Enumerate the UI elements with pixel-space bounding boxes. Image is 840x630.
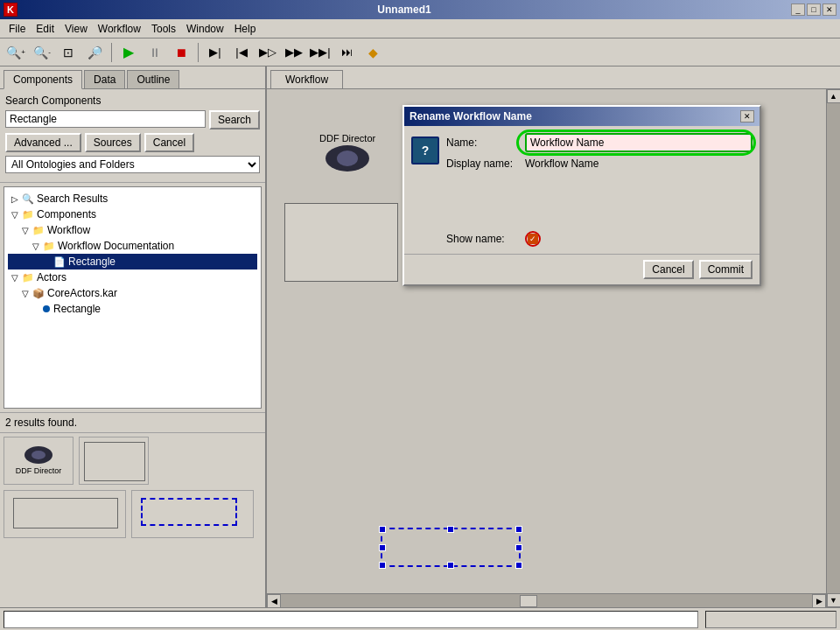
checkbox-checkmark: ✓: [528, 234, 538, 244]
tree-item-rectangle-2[interactable]: Rectangle: [8, 301, 257, 317]
menu-view[interactable]: View: [60, 21, 93, 37]
diamond-button[interactable]: ◆: [360, 41, 385, 64]
display-name-field-row: Display name: Workflow Name: [446, 158, 752, 170]
tree-item-actors[interactable]: ▽ 📁 Actors: [8, 270, 257, 285]
ddf-preview-label: DDF Director: [16, 466, 62, 475]
step-forward-button[interactable]: ▶▷: [256, 41, 280, 64]
preview-rect-2: [4, 490, 126, 538]
toolbar: 🔍+ 🔍- ⊡ 🔎 ▶ ⏸ ⏹ ▶| |◀ ▶▷ ▶▶ ▶▶| ⏭ ◆: [0, 38, 840, 66]
window-title: Unnamed1: [18, 4, 791, 16]
main-layout: Components Data Outline Search Component…: [0, 66, 840, 607]
workflow-tab[interactable]: Workflow: [270, 70, 343, 88]
handle-bot-right[interactable]: [515, 562, 522, 569]
preview-rect-1: [79, 437, 149, 485]
menu-tools[interactable]: Tools: [146, 21, 181, 37]
tree-item-search-results[interactable]: ▷ 🔍 Search Results: [8, 191, 257, 206]
search-input[interactable]: [5, 110, 206, 128]
handle-top-right[interactable]: [515, 526, 522, 533]
canvas-rectangle[interactable]: [284, 203, 398, 282]
menu-file[interactable]: File: [4, 21, 31, 37]
step-right-button[interactable]: ▶|: [203, 41, 228, 64]
pause-button[interactable]: ⏸: [143, 41, 167, 64]
stop-button[interactable]: ⏹: [169, 41, 193, 64]
preview-selection-inner: [141, 498, 237, 526]
menu-workflow[interactable]: Workflow: [93, 21, 146, 37]
dialog-commit-button[interactable]: Commit: [699, 260, 752, 279]
ff-alt-button[interactable]: ▶▶|: [308, 41, 332, 64]
tab-bar: Components Data Outline: [0, 66, 265, 89]
scroll-left-button[interactable]: ◀: [267, 594, 281, 608]
h-scrollbar: ◀ ▶: [267, 593, 826, 607]
handle-top-mid[interactable]: [447, 526, 454, 533]
dialog-help-icon: ?: [411, 136, 439, 164]
handle-top-left[interactable]: [379, 526, 386, 533]
search-icon: 🔍: [22, 193, 34, 205]
advanced-button[interactable]: Advanced ...: [5, 133, 81, 152]
ddf-director-label: DDF Director: [319, 133, 375, 144]
scroll-down-button[interactable]: ▼: [827, 593, 841, 607]
preview-selection: [131, 490, 254, 538]
menu-help[interactable]: Help: [229, 21, 262, 37]
folder-icon: 📁: [32, 225, 45, 236]
name-label: Name:: [446, 136, 525, 149]
minimize-button[interactable]: _: [791, 4, 805, 16]
zoom-out-button[interactable]: 🔍-: [30, 41, 54, 64]
tree-item-coreactors[interactable]: ▽ 📦 CoreActors.kar: [8, 285, 257, 301]
results-count: 2 results found.: [0, 412, 265, 432]
preview-rect-inner: [84, 442, 145, 481]
scroll-up-button[interactable]: ▲: [827, 89, 841, 103]
ontology-dropdown[interactable]: All Ontologies and Folders: [5, 156, 260, 173]
play-button[interactable]: ▶: [116, 41, 141, 64]
dialog-cancel-button[interactable]: Cancel: [643, 260, 693, 279]
canvas-area: DDF Director: [267, 89, 826, 607]
right-content: DDF Director: [267, 89, 840, 607]
folder-icon: 📁: [22, 209, 34, 220]
handle-bot-left[interactable]: [379, 562, 386, 569]
scroll-right-button[interactable]: ▶: [812, 594, 826, 608]
ff-end-button[interactable]: ⏭: [334, 41, 359, 64]
dialog-title-bar: Rename Workflow Name ✕: [404, 107, 760, 126]
ddf-director-actor[interactable]: DDF Director: [319, 133, 375, 172]
status-text: [4, 611, 698, 628]
dialog-close-button[interactable]: ✕: [740, 110, 754, 122]
tree-item-rectangle-1[interactable]: 📄 Rectangle: [8, 254, 257, 270]
handle-mid-left[interactable]: [379, 544, 386, 551]
selection-box: [381, 528, 521, 567]
folder-icon: 📁: [43, 241, 55, 252]
step-left-button[interactable]: |◀: [229, 41, 254, 64]
fast-forward-button[interactable]: ▶▶: [282, 41, 306, 64]
menu-edit[interactable]: Edit: [31, 21, 60, 37]
h-scroll-track[interactable]: [281, 594, 812, 608]
show-name-checkbox[interactable]: ✓: [525, 231, 541, 247]
workflow-canvas[interactable]: DDF Director: [267, 89, 826, 593]
zoom-reset-button[interactable]: 🔎: [82, 41, 107, 64]
tree-item-workflow-doc[interactable]: ▽ 📁 Workflow Documentation: [8, 238, 257, 254]
window-controls: _ □ ✕: [791, 4, 836, 16]
app-logo: K: [4, 3, 18, 17]
ddf-director-icon: [326, 145, 369, 172]
zoom-in-button[interactable]: 🔍+: [4, 41, 28, 64]
handle-mid-right[interactable]: [515, 544, 522, 551]
menu-bar: File Edit View Workflow Tools Window Hel…: [0, 19, 840, 38]
tab-components[interactable]: Components: [4, 70, 82, 89]
cancel-search-button[interactable]: Cancel: [144, 133, 194, 152]
search-area: Search Components Search Advanced ... So…: [0, 89, 265, 183]
sources-button[interactable]: Sources: [85, 133, 141, 152]
actor-icon: [43, 305, 50, 312]
tree-item-workflow[interactable]: ▽ 📁 Workflow: [8, 222, 257, 238]
dialog-buttons: Cancel Commit: [404, 254, 760, 284]
name-input[interactable]: [525, 133, 752, 152]
search-label: Search Components: [5, 94, 260, 107]
fit-button[interactable]: ⊡: [56, 41, 80, 64]
h-scroll-thumb[interactable]: [520, 595, 537, 607]
v-scroll-track[interactable]: [827, 103, 841, 593]
tab-data[interactable]: Data: [84, 70, 125, 88]
close-button[interactable]: ✕: [822, 4, 836, 16]
handle-bot-mid[interactable]: [447, 562, 454, 569]
search-button[interactable]: Search: [209, 110, 260, 130]
tab-outline[interactable]: Outline: [127, 70, 179, 88]
status-right: [705, 611, 836, 628]
menu-window[interactable]: Window: [181, 21, 229, 37]
maximize-button[interactable]: □: [807, 4, 821, 16]
tree-item-components[interactable]: ▽ 📁 Components: [8, 206, 257, 222]
